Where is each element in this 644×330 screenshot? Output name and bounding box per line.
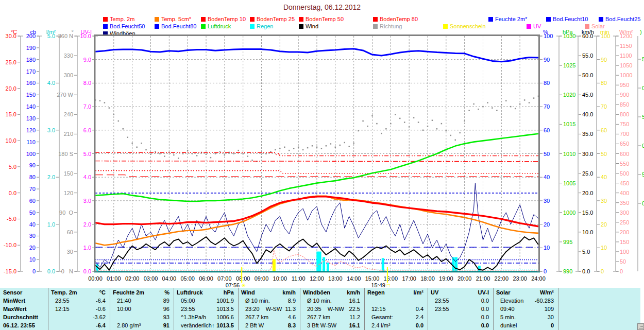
axis-tick-label: 0 [642,143,644,149]
table-row-label: MaxWert [3,305,27,313]
axis-tick-label: 500 [620,170,629,177]
axis-tick-label: 60 [29,198,36,204]
direction-dot [441,123,443,125]
axis-tick-label: 330 [64,53,73,59]
axis-tick-label: 1100 [620,53,632,59]
table-value-number: 8.3 [288,322,296,329]
axis-tick-label: 30 [601,198,607,204]
axis-tick-label: 10 [544,245,550,251]
axis-tick-label: 190 [26,45,36,51]
table-row-label: Sensor [3,289,22,297]
table-value-number: 0.4 [416,305,423,313]
axis-tick-label: 0 [32,268,36,274]
axis-tick-label: 90 [29,162,36,168]
axis-tick-label: 70 [544,103,550,110]
table-column-separator [364,288,365,330]
table-column-unit: l/m² [413,289,423,297]
axis-tick-label: 20.0 [6,85,16,92]
table-column-unit: UV-I [478,289,489,297]
bar-Regen [327,263,329,271]
direction-dot [371,115,373,117]
table-value-text: Ø 10 min. [245,297,270,305]
table-value-number: 96 [163,305,170,313]
series-BodenTemp 50 [95,161,538,162]
table-value-text: 3 Bft W-SW [307,322,336,329]
weather-chart: °C30.025.020.015.010.05.00.0-5.0-10.0-15… [0,0,644,330]
axis-tick-label: 0.0 [582,268,590,274]
table-value-text: 20:35 W-NW [307,305,344,313]
axis-tick-label: 45.0 [582,92,593,98]
axis-tick-label: 550 [620,161,629,167]
direction-dot [210,157,212,159]
x-axis-label: 05:00 [180,275,195,282]
axis-tick-label: 360 N [58,33,73,39]
axis-tick-label: 20 [601,221,607,228]
table-row-label: Durchschnitt [3,314,38,321]
axis-tick-label: 650 [620,141,629,147]
axis-tick-label: 850 [620,101,629,108]
table-value-text: 23:55 [435,305,449,313]
table-value-text: 12:15 [55,305,70,313]
direction-dot [302,149,304,151]
table-column-separator [428,288,428,330]
x-axis-label: 04:00 [162,275,177,282]
direction-dot [247,155,248,157]
axis-tick-label: 100 [544,33,553,39]
axis-tick-label: 50 [29,210,36,216]
axis-tick-label: 200 [620,229,629,235]
axis-tick-label: 90 [544,57,550,63]
table-value-number: 2.4 [416,314,423,321]
axis-tick-label: 30 [29,233,36,239]
axis-tick-label: 1150 [620,43,632,49]
x-axis-label: 24:00 [531,275,546,282]
direction-dot [187,150,189,151]
table-value-text: 09:40 [500,305,515,313]
axis-tick-label: 0 N [61,268,73,274]
axis-tick-label: 5 [642,114,644,120]
axis-tick-label: 0 [601,268,604,274]
table-value-number: 0.0 [416,322,423,329]
table-value-text: Elevation [500,297,523,305]
axis-tick-label: 5.0 [9,164,16,170]
axis-tick-label: 1.0 [83,245,91,251]
x-axis-label: 20:00 [457,275,472,282]
axis-tick-label: -10.0 [4,242,16,248]
direction-dot [515,108,516,110]
table-column-separator [174,288,174,330]
direction-dot [99,100,101,101]
table-value-number: -6.4 [96,322,106,329]
axis-tick-label: 5.0 [582,249,590,255]
direction-dot [316,147,318,148]
direction-dot [312,145,313,147]
x-axis-label: 09:00 [255,275,269,282]
resize-grip-icon[interactable] [637,323,644,330]
direction-dot [251,160,253,161]
direction-dot [385,128,387,130]
direction-dot [399,118,401,119]
table-value-text: 10:00 [117,305,131,313]
axis-tick-label: 1050 [620,62,632,68]
axis-tick-label: 300 [620,210,629,216]
direction-dot [238,150,239,151]
table-value-number: 0.0 [481,297,489,305]
direction-dot [455,140,456,141]
direction-dot [492,107,493,109]
direction-dot [159,153,161,154]
axis-tick-label: 100 [601,33,610,39]
axis-tick-label: 1015 [563,121,575,127]
axis-tick-label: 300 [64,72,73,78]
table-column-header: Feuchte 2m [113,289,144,297]
axis-tick-label: 35.0 [582,131,593,137]
axis-tick-label: 1030 [563,33,575,39]
table-value-number: 11.2 [349,314,360,321]
axis-tick-label: 170 [26,68,36,75]
direction-dot [473,103,474,105]
direction-dot [358,130,359,132]
table-value-text: 2 Bft W [245,322,264,329]
axis-tick-label: 5.0 [47,33,55,39]
direction-dot [362,120,364,122]
axis-tick-label: 1005 [563,180,575,186]
direction-dot [321,148,323,149]
x-axis-label: 16:00 [384,275,398,282]
table-value-text: dunkel [500,322,517,329]
